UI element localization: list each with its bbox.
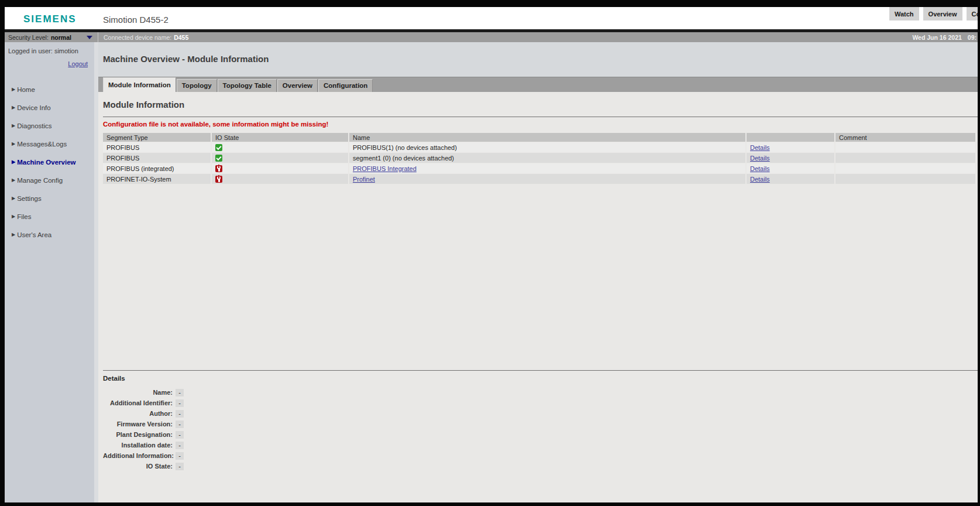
detail-field-value: - [176, 420, 184, 428]
column-header-comment: Comment [835, 133, 975, 142]
column-header-empty [747, 133, 834, 142]
header-button-copy[interactable]: Copy [967, 7, 978, 20]
column-header-io-state: IO State [212, 133, 348, 142]
io-state-cell [212, 153, 348, 163]
io-state-cell [212, 142, 348, 152]
sidebar-item-label: User's Area [17, 231, 51, 238]
date-text: Wed Jun 16 2021 [912, 34, 961, 41]
table-row: PROFIBUSsegment1 (0) (no devices attache… [103, 153, 975, 163]
module-name-link[interactable]: PROFIBUS Integrated [353, 165, 417, 172]
sidebar-item-machine-overview[interactable]: ▶Machine Overview [5, 153, 94, 171]
screenshot-root: { "header": { "logo": "SIEMENS", "device… [0, 0, 980, 506]
sidebar-item-label: Settings [17, 195, 42, 202]
detail-field-name: Name:- [103, 387, 978, 398]
table-row: PROFINET-IO-SystemProfinetDetails [103, 174, 975, 184]
detail-field-label: Firmware Version: [103, 420, 173, 428]
wrench-notch [218, 175, 219, 177]
sidebar: Logged in user: simotion Logout ▶Home▶De… [5, 42, 98, 502]
detail-field-value: - [176, 410, 184, 418]
sidebar-item-messages-logs[interactable]: ▶Messages&Logs [5, 135, 94, 153]
logged-in-user: Logged in user: simotion [5, 42, 94, 54]
detail-field-value: - [176, 431, 184, 439]
security-level-label: Security Level: [8, 34, 49, 41]
comment-cell [835, 153, 975, 163]
details-link[interactable]: Details [750, 176, 770, 183]
header-button-overview[interactable]: Overview [923, 7, 962, 20]
page-title: Machine Overview - Module Information [103, 54, 269, 64]
table-header-row: Segment TypeIO StateNameComment [103, 133, 975, 142]
detail-field-additional-information: Additional Information:- [103, 450, 978, 461]
tab-topology-table[interactable]: Topology Table [218, 79, 277, 92]
detail-field-value: - [176, 452, 184, 460]
sidebar-item-diagnostics[interactable]: ▶Diagnostics [5, 117, 94, 135]
sidebar-item-label: Files [17, 213, 31, 220]
arrow-right-icon: ▶ [12, 141, 15, 146]
sidebar-item-label: Device Info [17, 104, 51, 111]
details-link[interactable]: Details [750, 165, 770, 172]
io-state-cell [212, 163, 348, 173]
sidebar-item-files[interactable]: ▶Files [5, 207, 94, 225]
spacer [103, 184, 978, 364]
column-header-segment-type: Segment Type [103, 133, 211, 142]
name-cell: segment1 (0) (no devices attached) [349, 153, 745, 163]
tab-overview[interactable]: Overview [277, 79, 318, 92]
io-state-cell [212, 174, 348, 184]
details-fields: Name:-Additional Identifier:-Author:-Fir… [103, 387, 978, 471]
app-window: SIEMENS Simotion D455-2 WatchOverviewCop… [5, 7, 978, 502]
module-table: Segment TypeIO StateNameComment PROFIBUS… [102, 132, 976, 184]
arrow-right-icon: ▶ [12, 87, 15, 92]
module-name-link[interactable]: Profinet [353, 176, 375, 183]
detail-field-label: Additional Identifier: [103, 399, 173, 406]
details-panel-title: Details [103, 375, 978, 383]
comment-cell [835, 174, 975, 184]
sidebar-item-device-info[interactable]: ▶Device Info [5, 98, 94, 117]
status-bar: Security Level: normal Connected device … [5, 32, 978, 42]
arrow-right-icon: ▶ [12, 123, 15, 128]
details-link[interactable]: Details [750, 155, 770, 162]
detail-field-installation-date: Installation date:- [103, 440, 978, 450]
details-cell: Details [747, 174, 834, 184]
wrench-icon [215, 176, 222, 183]
detail-field-label: Additional Information: [103, 452, 173, 459]
tab-module-information[interactable]: Module Information [103, 77, 176, 92]
chevron-down-icon[interactable] [87, 36, 92, 39]
detail-field-firmware-version: Firmware Version:- [103, 419, 978, 429]
detail-field-label: Installation date: [103, 442, 173, 449]
arrow-right-icon: ▶ [12, 196, 15, 201]
warning-message: Configuration file is not available, som… [103, 121, 978, 129]
details-cell: Details [747, 142, 834, 152]
sidebar-item-home[interactable]: ▶Home [5, 80, 94, 98]
sidebar-item-settings[interactable]: ▶Settings [5, 189, 94, 207]
segment-type-cell: PROFIBUS [103, 142, 211, 152]
sidebar-item-label: Machine Overview [17, 159, 75, 166]
name-cell: PROFIBUS Integrated [349, 163, 745, 173]
detail-field-additional-identifier: Additional Identifier:- [103, 398, 978, 408]
details-cell: Details [747, 153, 834, 163]
detail-field-label: Plant Designation: [103, 431, 173, 438]
comment-cell [835, 142, 975, 152]
details-link[interactable]: Details [750, 144, 770, 151]
detail-field-value: - [176, 389, 184, 396]
arrow-right-icon: ▶ [12, 159, 15, 165]
segment-type-cell: PROFINET-IO-System [103, 174, 211, 184]
connected-device-value: D455 [174, 34, 188, 41]
segment-type-cell: PROFIBUS [103, 153, 211, 163]
segment-type-cell: PROFIBUS (integrated) [103, 163, 211, 173]
tab-topology[interactable]: Topology [177, 79, 217, 92]
header-button-watch[interactable]: Watch [889, 7, 919, 20]
tab-configuration[interactable]: Configuration [318, 79, 373, 92]
logout-link[interactable]: Logout [5, 60, 88, 67]
table-body: PROFIBUSPROFIBUS(1) (no devices attached… [103, 142, 975, 184]
detail-field-plant-designation: Plant Designation:- [103, 429, 978, 440]
main-panel: Module Information Configuration file is… [98, 92, 978, 502]
detail-field-value: - [176, 463, 184, 470]
sidebar-item-user-s-area[interactable]: ▶User's Area [5, 225, 94, 244]
tab-strip: Module InformationTopologyTopology Table… [98, 77, 978, 92]
connected-device-label: Connected device name: [104, 34, 171, 41]
header-buttons: WatchOverviewCopy [889, 7, 978, 20]
detail-field-label: Author: [103, 410, 173, 417]
time-text: 09: [968, 34, 978, 41]
check-icon [215, 155, 222, 162]
sidebar-item-manage-config[interactable]: ▶Manage Config [5, 171, 94, 189]
security-level-dropdown[interactable]: Security Level: normal [5, 32, 98, 42]
